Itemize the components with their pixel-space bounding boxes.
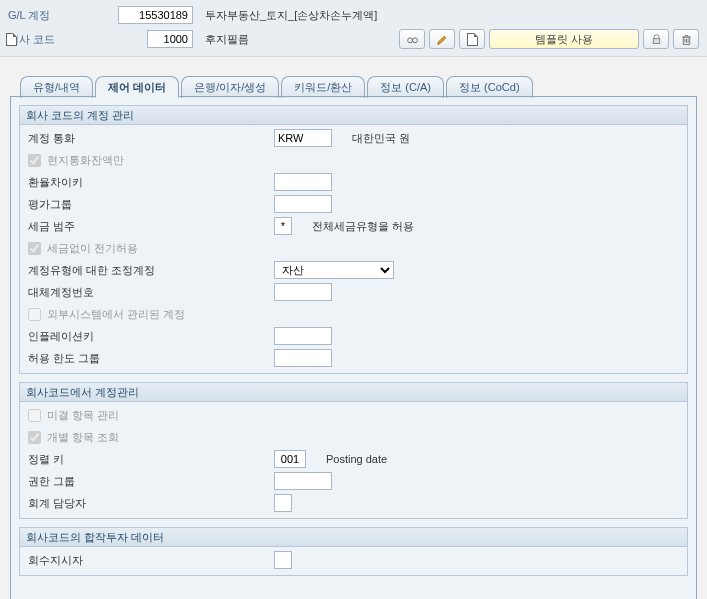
accounting-clerk-input[interactable] bbox=[274, 494, 292, 512]
group-title: 회사코드의 합작투자 데이터 bbox=[20, 528, 687, 547]
tab-bank-interest[interactable]: 은행/이자/생성 bbox=[181, 76, 279, 98]
recon-account-type-select[interactable]: 자산 bbox=[274, 261, 394, 279]
document-icon bbox=[467, 33, 478, 46]
accounting-clerk-label: 회계 담당자 bbox=[24, 496, 274, 511]
recovery-indicator-label: 회수지시자 bbox=[24, 553, 274, 568]
authorization-group-label: 권한 그룹 bbox=[24, 474, 274, 489]
post-without-tax-label: 세금없이 전기허용 bbox=[47, 241, 138, 256]
valuation-group-input[interactable] bbox=[274, 195, 332, 213]
alt-account-no-input[interactable] bbox=[274, 283, 332, 301]
tab-control-data[interactable]: 제어 데이터 bbox=[95, 76, 179, 98]
gl-account-input[interactable] bbox=[118, 6, 193, 24]
tax-category-label: 세금 범주 bbox=[24, 219, 274, 234]
group-joint-venture-cc: 회사코드의 합작투자 데이터 회수지시자 bbox=[19, 527, 688, 576]
company-code-label: 회사 코드 bbox=[8, 32, 118, 47]
gl-account-label: G/L 계정 bbox=[8, 8, 118, 23]
delete-button[interactable] bbox=[673, 29, 699, 49]
tab-content: 회사 코드의 계정 관리 계정 통화 대한민국 원 현지통화잔액만 환율차이키 … bbox=[10, 97, 697, 599]
tab-type-desc[interactable]: 유형/내역 bbox=[20, 76, 93, 98]
line-item-display-label: 개별 항목 조회 bbox=[47, 430, 119, 445]
tabstrip: 유형/내역 제어 데이터 은행/이자/생성 키워드/환산 정보 (C/A) 정보… bbox=[0, 57, 707, 97]
group-account-mgmt-cc: 회사코드에서 계정관리 미결 항목 관리 개별 항목 조회 정렬 키 Posti… bbox=[19, 382, 688, 519]
exchange-rate-diff-key-input[interactable] bbox=[274, 173, 332, 191]
template-button-label: 템플릿 사용 bbox=[535, 32, 593, 47]
sort-key-desc: Posting date bbox=[326, 453, 387, 465]
header: G/L 계정 투자부동산_토지_[손상차손누계액] 회사 코드 후지필름 bbox=[0, 0, 707, 57]
group-title: 회사코드에서 계정관리 bbox=[20, 383, 687, 402]
tab-keyword-trans[interactable]: 키워드/환산 bbox=[281, 76, 365, 98]
template-button[interactable]: 템플릿 사용 bbox=[489, 29, 639, 49]
alt-account-no-label: 대체계정번호 bbox=[24, 285, 274, 300]
local-currency-only-check bbox=[28, 154, 41, 167]
sort-key-label: 정렬 키 bbox=[24, 452, 274, 467]
glasses-button[interactable] bbox=[399, 29, 425, 49]
tolerance-group-input[interactable] bbox=[274, 349, 332, 367]
recon-account-type-label: 계정유형에 대한 조정계정 bbox=[24, 263, 274, 278]
svg-point-0 bbox=[407, 37, 412, 42]
open-item-mgmt-label: 미결 항목 관리 bbox=[47, 408, 119, 423]
tax-category-desc: 전체세금유형을 허용 bbox=[312, 219, 414, 234]
authorization-group-input[interactable] bbox=[274, 472, 332, 490]
svg-rect-2 bbox=[653, 38, 660, 43]
gl-account-desc: 투자부동산_토지_[손상차손누계액] bbox=[205, 8, 377, 23]
ext-managed-label: 외부시스템에서 관리된 계정 bbox=[47, 307, 185, 322]
open-item-mgmt-check bbox=[28, 409, 41, 422]
recovery-indicator-input[interactable] bbox=[274, 551, 292, 569]
account-currency-desc: 대한민국 원 bbox=[352, 131, 410, 146]
document-icon bbox=[6, 33, 17, 46]
ext-managed-check bbox=[28, 308, 41, 321]
tolerance-group-label: 허용 한도 그룹 bbox=[24, 351, 274, 366]
account-currency-input[interactable] bbox=[274, 129, 332, 147]
line-item-display-check bbox=[28, 431, 41, 444]
inflation-key-label: 인플레이션키 bbox=[24, 329, 274, 344]
svg-point-1 bbox=[412, 37, 417, 42]
tab-info-ca[interactable]: 정보 (C/A) bbox=[367, 76, 444, 98]
group-title: 회사 코드의 계정 관리 bbox=[20, 106, 687, 125]
tab-info-cocd[interactable]: 정보 (CoCd) bbox=[446, 76, 533, 98]
inflation-key-input[interactable] bbox=[274, 327, 332, 345]
account-currency-label: 계정 통화 bbox=[24, 131, 274, 146]
tax-category-input[interactable] bbox=[274, 217, 292, 235]
exchange-rate-diff-key-label: 환율차이키 bbox=[24, 175, 274, 190]
lock-button[interactable] bbox=[643, 29, 669, 49]
sort-key-input[interactable] bbox=[274, 450, 306, 468]
company-code-desc: 후지필름 bbox=[205, 32, 249, 47]
toolbar: 템플릿 사용 bbox=[395, 29, 699, 49]
company-code-input[interactable] bbox=[147, 30, 193, 48]
valuation-group-label: 평가그룹 bbox=[24, 197, 274, 212]
post-without-tax-check bbox=[28, 242, 41, 255]
new-doc-button[interactable] bbox=[459, 29, 485, 49]
group-account-control-cc: 회사 코드의 계정 관리 계정 통화 대한민국 원 현지통화잔액만 환율차이키 … bbox=[19, 105, 688, 374]
edit-button[interactable] bbox=[429, 29, 455, 49]
local-currency-only-label: 현지통화잔액만 bbox=[47, 153, 124, 168]
